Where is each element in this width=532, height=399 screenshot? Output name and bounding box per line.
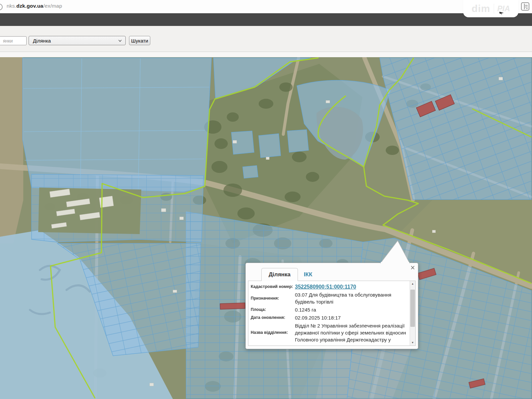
field-row: Площа:0.1245 га (251, 306, 408, 313)
field-label: Назва відділення: (251, 330, 295, 335)
browser-window: nks.dzk.gov.ua/ex/map dim РІА Ділянка Шу… (0, 0, 532, 399)
field-row: Кадастровий номер:3522580900:51:000:1170 (251, 283, 408, 290)
parcel-info-popup: × ДілянкаІКК Кадастровий номер:352258090… (245, 263, 418, 349)
url-path: /ex/map (43, 3, 62, 9)
watermark: dim РІА (463, 0, 518, 17)
scroll-down-icon[interactable]: ▼ (410, 340, 415, 345)
field-row: Назва відділення:Відділ № 2 Управління з… (251, 322, 408, 343)
browser-toolbar: nks.dzk.gov.ua/ex/map (0, 0, 532, 13)
url-domain: dzk.gov.ua (16, 3, 43, 9)
scroll-up-icon[interactable]: ▲ (410, 281, 415, 287)
scrollbar-thumb[interactable] (410, 290, 415, 327)
field-label: Дата оновлення: (251, 315, 295, 320)
site-header-bar (0, 13, 532, 26)
layer-type-select[interactable]: Ділянка (29, 36, 126, 45)
field-label: Призначення: (251, 296, 295, 301)
close-icon[interactable]: × (411, 264, 415, 272)
search-input[interactable] (0, 36, 27, 45)
field-label: Площа: (251, 307, 295, 312)
reading-list-icon[interactable] (521, 2, 529, 11)
field-row: Призначення:03.07 Для будівництва та обс… (251, 291, 408, 305)
search-button[interactable]: Шукати (129, 36, 150, 45)
popup-tab-0[interactable]: Ділянка (261, 268, 298, 281)
popup-tabs: ДілянкаІКК (261, 268, 318, 281)
layer-select-value: Ділянка (33, 38, 51, 44)
popup-tab-1[interactable]: ІКК (298, 268, 318, 281)
address-bar-url[interactable]: nks.dzk.gov.ua/ex/map (7, 3, 62, 9)
field-value: 3522580900:51:000:1170 (295, 283, 408, 290)
parcel-details-panel: Кадастровий номер:3522580900:51:000:1170… (248, 281, 416, 346)
popup-scrollbar[interactable]: ▲ ▼ (410, 281, 415, 345)
parcel-fields: Кадастровий номер:3522580900:51:000:1170… (248, 281, 410, 345)
field-value: 02.09.2025 10:18:17 (295, 314, 408, 321)
field-value: 03.07 Для будівництва та обслуговування … (295, 291, 408, 305)
cadastral-number-link[interactable]: 3522580900:51:000:1170 (295, 284, 356, 290)
field-row: Дата оновлення:02.09.2025 10:18:17 (251, 314, 408, 321)
field-label: Кадастровий номер: (251, 284, 295, 289)
watermark-ria-logo: РІА (497, 4, 510, 13)
popup-callout-arrow (379, 239, 411, 264)
watermark-dim-text: dim (471, 3, 490, 14)
chevron-down-icon (118, 40, 122, 42)
page-info-icon[interactable] (0, 4, 3, 10)
search-toolbar: Ділянка Шукати (0, 26, 532, 52)
field-value: Відділ № 2 Управління забезпечення реалі… (295, 322, 408, 343)
field-value: 0.1245 га (295, 306, 408, 313)
url-prefix: nks. (7, 3, 16, 9)
